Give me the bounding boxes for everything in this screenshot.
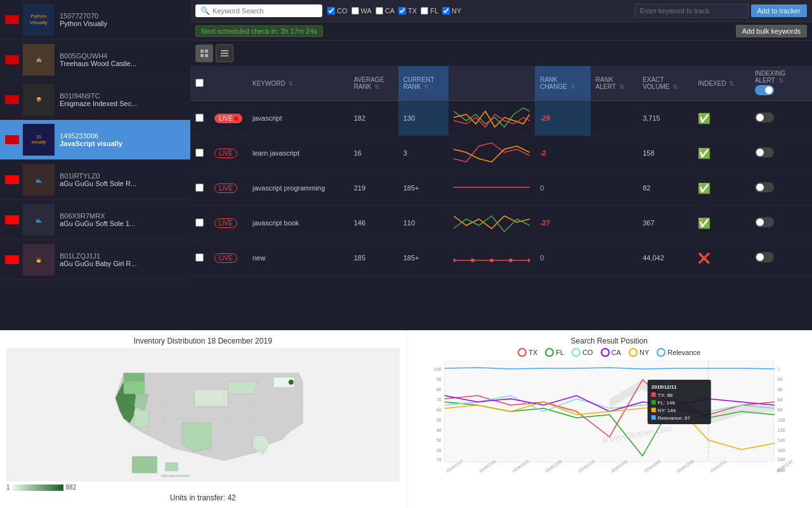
filter-ny[interactable]: NY — [442, 7, 461, 15]
svg-point-7 — [454, 258, 455, 262]
svg-text:70: 70 — [436, 398, 441, 402]
sidebar-item-1[interactable]: 🏰 B005GQUWH4 Treehaus Wood Castle... — [0, 40, 190, 80]
th-sparkline — [449, 66, 535, 101]
search-box[interactable]: 🔍 — [195, 4, 322, 17]
indexing-toggle-0[interactable] — [755, 112, 774, 123]
sidebar-item-6[interactable]: 👧 B01LZQJ1J1 aGu GuGu Baby Girl R... — [0, 240, 190, 280]
map-legend: 1 882 — [6, 484, 400, 491]
th-avg-rank[interactable]: AVERAGERANK ⇅ — [349, 66, 398, 101]
sidebar-item-2[interactable]: 📦 B01I94N9TC Enigmaze Indexed Sec... — [0, 80, 190, 120]
filter-wa[interactable]: WA — [351, 7, 372, 15]
row-status-2: LIVE — [209, 171, 247, 206]
svg-text:1: 1 — [777, 367, 780, 371]
row-status-1: LIVE — [209, 136, 247, 171]
product-asin-0: 1507727070 — [60, 12, 185, 20]
filter-tx[interactable]: TX — [398, 7, 417, 15]
row-check-1[interactable] — [190, 136, 209, 171]
keyword-search-input[interactable] — [213, 7, 317, 15]
filter-co[interactable]: CO — [327, 7, 348, 15]
th-indexed[interactable]: INDEXED ⇅ — [693, 66, 750, 101]
th-current-rank[interactable]: CURRENTRANK ⇅ — [398, 66, 449, 101]
legend-dot-co — [572, 348, 580, 357]
schedule-badge: Next scheduled check in: 3h 17m 24s — [195, 25, 323, 37]
svg-text:60: 60 — [436, 408, 441, 412]
search-icon: 🔍 — [200, 6, 210, 15]
indexing-toggle-3[interactable] — [755, 217, 774, 227]
product-title-2: Enigmaze Indexed Sec... — [60, 100, 185, 107]
row-avg-rank-3: 146 — [349, 206, 398, 241]
table-row: LIVE javascript 182 130 -29 3,715 — [190, 101, 812, 136]
row-indexing-alert-2 — [750, 171, 812, 206]
row-check-0[interactable] — [190, 101, 209, 136]
main-content: 🔍 CO WA CA TX FL NY Add to tracker Next … — [190, 0, 812, 330]
grid-view-button[interactable] — [195, 44, 213, 62]
svg-text:2019/12/11: 2019/12/11 — [651, 384, 677, 390]
filter-ca[interactable]: CA — [376, 7, 395, 15]
svg-point-10 — [509, 258, 513, 262]
legend-fl: FL — [545, 348, 564, 357]
row-rank-alert-4 — [591, 241, 638, 276]
sidebar-item-3[interactable]: JSvisually 1495233006 JavaScript visuall… — [0, 120, 190, 160]
svg-text:80: 80 — [436, 387, 441, 392]
tracker-input[interactable] — [634, 4, 749, 18]
th-keyword[interactable]: KEYWORD ⇅ — [247, 66, 349, 101]
row-check-3[interactable] — [190, 206, 209, 241]
table-row: LIVE new 185 185+ — [190, 241, 812, 276]
indexing-toggle-1[interactable] — [755, 147, 774, 157]
svg-text:140: 140 — [777, 438, 785, 443]
svg-rect-60 — [651, 400, 655, 404]
row-sparkline-3 — [449, 206, 535, 241]
legend-co: CO — [572, 348, 593, 357]
row-rank-alert-2 — [591, 171, 638, 206]
select-all-checkbox[interactable] — [195, 79, 204, 87]
legend-max: 882 — [66, 484, 77, 491]
product-thumb-5: 👟 — [23, 204, 55, 236]
th-exact-volume[interactable]: EXACTVOLUME ⇅ — [638, 66, 693, 101]
svg-text:40: 40 — [436, 428, 441, 432]
product-info-6: B01LZQJ1J1 aGu GuGu Baby Girl R... — [60, 252, 185, 267]
bulk-keywords-button[interactable]: Add bulk keywords — [736, 25, 807, 37]
th-rank-change[interactable]: RANKCHANGE ⇅ — [535, 66, 591, 101]
row-rank-change-3: -27 — [535, 206, 591, 241]
th-rank-alert[interactable]: RANKALERT ⇅ — [591, 66, 638, 101]
row-sparkline-1 — [449, 136, 535, 171]
row-check-4[interactable] — [190, 241, 209, 276]
svg-text:180: 180 — [777, 457, 785, 462]
indexing-toggle-2[interactable] — [755, 182, 774, 192]
product-thumb-1: 🏰 — [23, 44, 55, 76]
indexed-check-0: ✅ — [698, 113, 710, 124]
filter-fl[interactable]: FL — [421, 7, 438, 15]
row-exact-volume-0: 3,715 — [638, 101, 693, 136]
row-avg-rank-0: 182 — [349, 101, 398, 136]
th-indexing-alert[interactable]: INDEXINGALERT ⇅ — [750, 66, 812, 101]
sidebar-item-4[interactable]: 👟 B01IRTYLZ0 aGu GuGu Soft Sole R... — [0, 160, 190, 200]
list-view-button[interactable] — [216, 44, 233, 62]
sidebar-item-5[interactable]: 👟 B06X9R7MRX aGu GuGu Soft Sole 1... — [0, 200, 190, 240]
indexed-check-2: ✅ — [698, 183, 710, 194]
th-check — [190, 66, 209, 101]
product-info-4: B01IRTYLZ0 aGu GuGu Soft Sole R... — [60, 172, 185, 187]
svg-text:120: 120 — [777, 428, 785, 432]
product-thumb-6: 👧 — [23, 244, 55, 276]
product-asin-4: B01IRTYLZ0 — [60, 172, 185, 180]
sidebar-item-0[interactable]: PythonVisually 1507727070 Python Visuall… — [0, 0, 190, 40]
indexing-toggle-4[interactable] — [755, 252, 774, 262]
svg-rect-19 — [132, 457, 157, 473]
indexed-check-3: ✅ — [698, 218, 710, 229]
svg-text:40: 40 — [777, 387, 782, 392]
filter-checks: CO WA CA TX FL NY — [327, 7, 629, 15]
indexed-x-4: ❌ — [698, 253, 710, 264]
svg-text:20: 20 — [777, 377, 782, 382]
row-rank-alert-1 — [591, 136, 638, 171]
row-exact-volume-3: 367 — [638, 206, 693, 241]
add-tracker-button[interactable]: Add to tracker — [751, 4, 807, 17]
table-row: LIVE learn javascript 16 3 -2 158 ✅ — [190, 136, 812, 171]
table-row: LIVE javascript book 146 110 -27 367 ✅ — [190, 206, 812, 241]
legend-min: 1 — [6, 484, 10, 491]
row-check-2[interactable] — [190, 171, 209, 206]
map-gradient — [13, 485, 63, 491]
indexing-alert-global-toggle[interactable] — [755, 85, 774, 95]
row-current-rank-0: 130 — [398, 101, 449, 136]
svg-text:TX: 88: TX: 88 — [657, 392, 672, 398]
product-title-1: Treehaus Wood Castle... — [60, 60, 185, 67]
